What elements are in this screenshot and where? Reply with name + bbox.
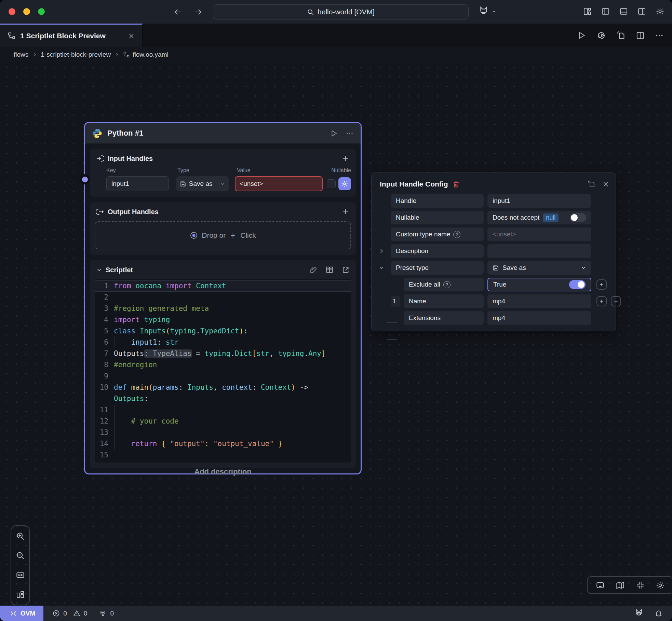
minimap-icon[interactable] [616,581,625,590]
help-icon[interactable]: ? [443,281,451,288]
run-flow-button[interactable] [577,31,586,40]
breadcrumb-file[interactable]: flow.oo.yaml [123,51,169,58]
preset-type-select[interactable]: Save as [487,261,591,275]
input-connection-handle[interactable] [80,174,90,184]
output-dropzone[interactable]: Drop or Click [95,221,351,249]
warning-count: 0 [84,610,88,617]
handle-type-select[interactable]: Save as [176,176,229,191]
tab-scriptlet-block-preview[interactable]: 1 Scriptlet Block Preview [0,24,143,47]
remove-rule-button[interactable] [611,296,621,306]
chevron-down-icon [492,9,496,14]
search-value: hello-world [OVM] [318,8,375,16]
docs-icon[interactable] [325,266,334,274]
zoom-window-button[interactable] [38,8,45,15]
close-window-button[interactable] [9,8,15,15]
fit-view-icon[interactable] [16,570,25,580]
column-type: Type [177,167,237,174]
nullable-value-field: Does not accept null [487,211,591,224]
chevron-right-icon[interactable] [378,248,391,254]
nullable-text: Does not accept [493,214,539,221]
code-editor[interactable]: 1from oocana import Context23#region gen… [95,279,351,463]
canvas-settings-icon[interactable] [656,581,665,590]
config-row-name: 1. Name mp4 [378,294,609,308]
add-description-button[interactable]: Add description [84,467,362,476]
mascot-icon[interactable] [634,608,644,619]
tab-close-icon[interactable] [128,33,135,39]
close-config-icon[interactable] [602,180,609,188]
node-title: Python #1 [107,129,143,138]
config-row-preset-type: Preset type Save as [378,261,609,275]
breadcrumb-folder[interactable]: 1-scriptlet-block-preview [41,51,111,58]
notifications-bell-icon[interactable] [654,609,663,618]
extensions-value-field[interactable]: mp4 [487,311,591,325]
toggle-panel-icon[interactable] [619,7,628,16]
open-external-icon[interactable] [342,266,350,274]
forward-icon[interactable] [193,7,203,17]
column-value: Value [237,167,330,174]
handle-value-field[interactable]: input1 [487,194,591,208]
help-icon[interactable]: ? [453,231,460,238]
app-window: hello-world [OVM] [0,0,672,621]
description-value-field[interactable] [487,244,591,258]
toggle-sidebar-icon[interactable] [601,7,610,16]
command-search-input[interactable]: hello-world [OVM] [213,4,469,19]
toggle-bottom-panel-icon[interactable] [596,581,605,590]
back-icon[interactable] [173,7,183,17]
exclude-all-value: True [493,281,506,288]
ports-indicator[interactable]: 0 [99,609,114,618]
toggle-secondary-sidebar-icon[interactable] [637,7,646,16]
collapse-view-icon[interactable] [636,581,645,590]
preset-type-value: Save as [502,264,526,272]
chevron-down-icon[interactable] [378,265,391,271]
attach-icon[interactable] [309,266,317,274]
description-label: Description [391,244,484,258]
output-handles-title: Output Handles [108,208,159,216]
auto-layout-icon[interactable] [16,590,25,599]
zoom-out-icon[interactable] [16,551,25,560]
node-header[interactable]: Python #1 [85,123,361,143]
exclude-all-toggle[interactable] [569,280,586,289]
nullable-toggle[interactable] [570,213,586,222]
error-icon [52,609,60,617]
python-node[interactable]: Python #1 Input Handles [84,122,362,474]
chevron-down-icon [220,181,225,187]
save-icon [180,181,186,187]
rerun-button[interactable] [596,31,606,40]
ports-count: 0 [110,610,114,617]
tree-connector [387,295,387,340]
input-handle-config-panel: Input Handle Config [371,172,616,331]
problems-indicator[interactable]: 0 0 [52,609,87,617]
add-type-rule-button[interactable] [596,279,607,290]
duplicate-config-icon[interactable] [587,180,595,188]
breadcrumb: flows 1-scriptlet-block-preview flow.oo.… [0,47,672,62]
handle-config-button[interactable] [338,177,351,190]
preset-type-label: Preset type [391,261,484,275]
run-node-button[interactable] [330,129,338,138]
tab-bar: 1 Scriptlet Block Preview [0,24,672,47]
zoom-in-icon[interactable] [16,532,25,541]
node-more-button[interactable] [346,129,354,137]
more-actions-button[interactable] [655,31,664,40]
handle-key-input[interactable]: input1 [106,176,169,191]
open-preview-button[interactable] [616,31,626,40]
name-value-field[interactable]: mp4 [487,294,591,308]
nullable-checkbox[interactable] [327,179,336,188]
add-input-handle-button[interactable] [341,154,350,163]
chevron-down-icon[interactable] [96,267,102,273]
add-output-handle-button[interactable] [341,208,350,216]
custom-type-value-field[interactable]: <unset> [487,227,591,241]
remote-indicator[interactable]: OVM [0,606,43,621]
flow-canvas[interactable]: Python #1 Input Handles [0,62,672,606]
flow-icon [8,32,16,40]
breadcrumb-flows[interactable]: flows [14,51,28,58]
handle-value-input[interactable]: <unset> [235,176,323,191]
settings-gear-icon[interactable] [656,7,664,16]
scriptlet-section: Scriptlet 1from oocana impo [90,260,356,468]
customize-layout-icon[interactable] [583,7,592,16]
delete-handle-icon[interactable] [452,180,460,188]
split-editor-button[interactable] [636,31,645,40]
window-controls [9,8,45,15]
add-rule-button[interactable] [596,296,607,306]
assistant-menu[interactable] [478,6,496,17]
minimize-window-button[interactable] [23,8,30,15]
